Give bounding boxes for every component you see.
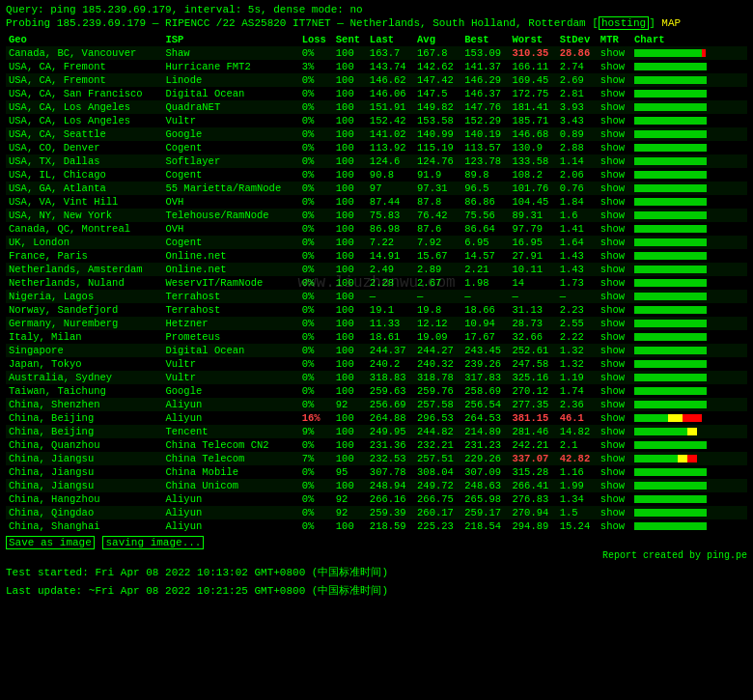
cell-mtr[interactable]: show — [598, 249, 631, 263]
cell-isp: Cogent — [162, 168, 298, 182]
cell-mtr[interactable]: show — [598, 46, 631, 60]
mtr-show-link[interactable]: show — [600, 196, 625, 208]
cell-mtr[interactable]: show — [598, 317, 631, 330]
cell-mtr[interactable]: show — [598, 425, 631, 438]
cell-mtr[interactable]: show — [598, 114, 631, 127]
cell-mtr[interactable]: show — [598, 263, 631, 276]
cell-mtr[interactable]: show — [598, 195, 631, 209]
cell-mtr[interactable]: show — [598, 492, 631, 506]
cell-isp: Prometeus — [162, 330, 298, 344]
table-row: Nigeria, Lagos Terrahost 0% 100 — — — — … — [6, 290, 747, 303]
cell-mtr[interactable]: show — [598, 209, 631, 222]
mtr-show-link[interactable]: show — [600, 439, 625, 451]
mtr-show-link[interactable]: show — [600, 493, 625, 505]
cell-mtr[interactable]: show — [598, 182, 631, 195]
cell-mtr[interactable]: show — [598, 384, 631, 398]
cell-mtr[interactable]: show — [598, 100, 631, 114]
mtr-show-link[interactable]: show — [600, 88, 625, 99]
cell-worst: 252.61 — [510, 344, 557, 357]
mtr-show-link[interactable]: show — [600, 142, 625, 154]
mtr-show-link[interactable]: show — [600, 237, 625, 248]
mtr-show-link[interactable]: show — [600, 250, 625, 262]
cell-best: 140.19 — [461, 127, 509, 141]
mtr-show-link[interactable]: show — [600, 520, 625, 532]
mtr-show-link[interactable]: show — [600, 47, 625, 59]
cell-mtr[interactable]: show — [598, 438, 631, 452]
mtr-show-link[interactable]: show — [600, 182, 625, 194]
cell-mtr[interactable]: show — [598, 222, 631, 236]
mtr-show-link[interactable]: show — [600, 399, 625, 410]
chart-bar — [634, 319, 744, 328]
cell-mtr[interactable]: show — [598, 344, 631, 357]
cell-mtr[interactable]: show — [598, 519, 631, 533]
table-row: Canada, QC, Montreal OVH 0% 100 86.98 87… — [6, 222, 747, 236]
cell-mtr[interactable]: show — [598, 290, 631, 303]
mtr-show-link[interactable]: show — [600, 480, 625, 491]
cell-sent: 100 — [333, 371, 367, 384]
mtr-show-link[interactable]: show — [600, 412, 625, 424]
cell-isp: Telehouse/RamNode — [162, 209, 298, 222]
cell-mtr[interactable]: show — [598, 398, 631, 411]
cell-mtr[interactable]: show — [598, 87, 631, 100]
cell-geo: Netherlands, Amsterdam — [6, 263, 162, 276]
mtr-show-link[interactable]: show — [600, 264, 625, 275]
cell-stddev: — — [557, 290, 598, 303]
cell-mtr[interactable]: show — [598, 154, 631, 168]
mtr-show-link[interactable]: show — [600, 169, 625, 181]
cell-mtr[interactable]: show — [598, 127, 631, 141]
cell-mtr[interactable]: show — [598, 276, 631, 290]
mtr-show-link[interactable]: show — [600, 304, 625, 316]
cell-sent: 100 — [333, 330, 367, 344]
cell-mtr[interactable]: show — [598, 330, 631, 344]
cell-worst: 281.46 — [510, 425, 557, 438]
mtr-show-link[interactable]: show — [600, 115, 625, 126]
mtr-show-link[interactable]: show — [600, 453, 625, 464]
mtr-show-link[interactable]: show — [600, 223, 625, 235]
cell-loss: 0% — [299, 127, 333, 141]
cell-geo: USA, CA, San Francisco — [6, 87, 162, 100]
cell-mtr[interactable]: show — [598, 465, 631, 479]
cell-sent: 100 — [333, 263, 367, 276]
cell-mtr[interactable]: show — [598, 236, 631, 249]
mtr-show-link[interactable]: show — [600, 74, 625, 86]
cell-isp: Google — [162, 127, 298, 141]
cell-best: 75.56 — [461, 209, 509, 222]
mtr-show-link[interactable]: show — [600, 466, 625, 478]
cell-sent: 100 — [333, 290, 367, 303]
mtr-show-link[interactable]: show — [600, 291, 625, 302]
cell-stddev: 2.74 — [557, 60, 598, 73]
map-link[interactable]: MAP — [661, 17, 681, 29]
cell-mtr[interactable]: show — [598, 168, 631, 182]
cell-mtr[interactable]: show — [598, 357, 631, 371]
cell-mtr[interactable]: show — [598, 303, 631, 317]
cell-stddev: 1.32 — [557, 357, 598, 371]
mtr-show-link[interactable]: show — [600, 507, 625, 518]
cell-mtr[interactable]: show — [598, 411, 631, 425]
mtr-show-link[interactable]: show — [600, 331, 625, 343]
mtr-show-link[interactable]: show — [600, 426, 625, 437]
cell-mtr[interactable]: show — [598, 479, 631, 492]
mtr-show-link[interactable]: show — [600, 277, 625, 289]
mtr-show-link[interactable]: show — [600, 372, 625, 383]
save-image-button[interactable]: Save as image — [6, 536, 95, 549]
cell-mtr[interactable]: show — [598, 452, 631, 465]
mtr-show-link[interactable]: show — [600, 385, 625, 397]
cell-worst: 315.28 — [510, 465, 557, 479]
cell-best: 248.63 — [461, 479, 509, 492]
mtr-show-link[interactable]: show — [600, 210, 625, 221]
mtr-show-link[interactable]: show — [600, 128, 625, 140]
cell-isp: Hetzner — [162, 317, 298, 330]
mtr-show-link[interactable]: show — [600, 155, 625, 167]
mtr-show-link[interactable]: show — [600, 345, 625, 356]
cell-last: 18.61 — [367, 330, 414, 344]
cell-mtr[interactable]: show — [598, 371, 631, 384]
mtr-show-link[interactable]: show — [600, 358, 625, 370]
cell-mtr[interactable]: show — [598, 73, 631, 87]
mtr-show-link[interactable]: show — [600, 61, 625, 72]
cell-mtr[interactable]: show — [598, 141, 631, 154]
cell-mtr[interactable]: show — [598, 506, 631, 519]
mtr-show-link[interactable]: show — [600, 101, 625, 113]
hosting-badge[interactable]: hosting — [599, 16, 649, 30]
cell-mtr[interactable]: show — [598, 60, 631, 73]
mtr-show-link[interactable]: show — [600, 318, 625, 329]
